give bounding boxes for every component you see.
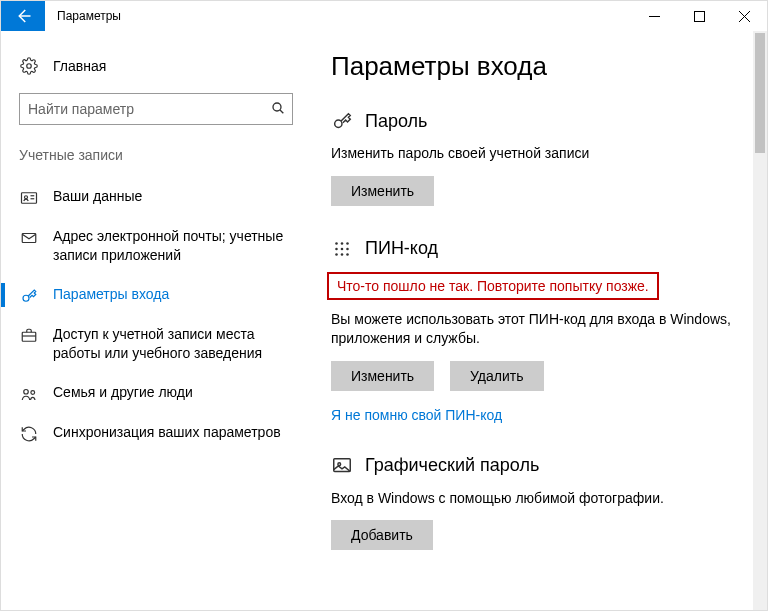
sidebar-item-sync[interactable]: Синхронизация ваших параметров (1, 413, 311, 453)
svg-point-21 (346, 242, 349, 245)
svg-point-23 (341, 247, 344, 250)
sidebar-item-family[interactable]: Семья и другие люди (1, 373, 311, 413)
search-input[interactable] (28, 101, 270, 117)
sync-icon (19, 425, 39, 443)
svg-point-6 (273, 103, 281, 111)
pin-forgot-link[interactable]: Я не помню свой ПИН-код (331, 407, 502, 423)
section-title: ПИН-код (365, 238, 438, 259)
sidebar-item-label: Адрес электронной почты; учетные записи … (53, 227, 293, 265)
svg-point-25 (335, 253, 338, 256)
sidebar-home-label: Главная (53, 58, 106, 74)
section-pin: ПИН-код Что-то пошло не так. Повторите п… (331, 238, 737, 423)
close-icon (739, 11, 750, 22)
sidebar-item-label: Семья и другие люди (53, 383, 293, 402)
svg-point-19 (335, 242, 338, 245)
svg-line-7 (280, 110, 283, 113)
svg-point-5 (27, 64, 32, 69)
search-box[interactable] (19, 93, 293, 125)
key-icon (19, 287, 39, 305)
sidebar-item-label: Доступ к учетной записи места работы или… (53, 325, 293, 363)
section-password: Пароль Изменить пароль своей учетной зап… (331, 110, 737, 206)
id-card-icon (19, 189, 39, 207)
briefcase-icon (19, 327, 39, 345)
mail-icon (19, 229, 39, 247)
section-title: Графический пароль (365, 455, 539, 476)
gear-icon (19, 57, 39, 75)
sidebar-nav: Ваши данные Адрес электронной почты; уче… (1, 177, 311, 453)
sidebar-item-signin-options[interactable]: Параметры входа (1, 275, 311, 315)
search-icon (270, 100, 286, 119)
sidebar-group-header: Учетные записи (1, 147, 311, 177)
sidebar-item-email[interactable]: Адрес электронной почты; учетные записи … (1, 217, 311, 275)
window-title: Параметры (45, 1, 133, 31)
pin-error-message: Что-то пошло не так. Повторите попытку п… (327, 272, 659, 300)
section-picture-password: Графический пароль Вход в Windows с помо… (331, 455, 737, 551)
main-content: Параметры входа Пароль Изменить пароль с… (311, 31, 767, 610)
sidebar: Главная Учетные записи Ваши данные (1, 31, 311, 610)
back-button[interactable] (1, 1, 45, 31)
vertical-scrollbar[interactable] (753, 31, 767, 610)
svg-rect-12 (22, 234, 36, 243)
svg-point-24 (346, 247, 349, 250)
page-title: Параметры входа (331, 51, 737, 82)
svg-point-26 (341, 253, 344, 256)
picture-icon (331, 455, 353, 477)
svg-point-27 (346, 253, 349, 256)
close-button[interactable] (722, 1, 767, 31)
svg-point-13 (23, 295, 29, 301)
sidebar-home[interactable]: Главная (1, 51, 311, 93)
arrow-left-icon (14, 7, 32, 25)
maximize-button[interactable] (677, 1, 722, 31)
scrollbar-thumb[interactable] (755, 33, 765, 153)
sidebar-item-your-info[interactable]: Ваши данные (1, 177, 311, 217)
picture-add-button[interactable]: Добавить (331, 520, 433, 550)
section-description: Вход в Windows с помощью любимой фотогра… (331, 489, 737, 509)
sidebar-item-work-access[interactable]: Доступ к учетной записи места работы или… (1, 315, 311, 373)
svg-rect-2 (695, 11, 705, 21)
minimize-icon (649, 11, 660, 22)
section-title: Пароль (365, 111, 427, 132)
svg-rect-14 (22, 332, 36, 341)
svg-point-17 (31, 390, 35, 394)
maximize-icon (694, 11, 705, 22)
svg-point-22 (335, 247, 338, 250)
keypad-icon (331, 238, 353, 260)
people-icon (19, 385, 39, 403)
svg-point-18 (335, 120, 342, 127)
sidebar-item-label: Синхронизация ваших параметров (53, 423, 293, 442)
sidebar-item-label: Параметры входа (53, 285, 293, 304)
svg-point-9 (25, 196, 28, 199)
pin-change-button[interactable]: Изменить (331, 361, 434, 391)
pin-remove-button[interactable]: Удалить (450, 361, 543, 391)
key-icon (331, 110, 353, 132)
svg-point-16 (24, 389, 29, 394)
sidebar-item-label: Ваши данные (53, 187, 293, 206)
minimize-button[interactable] (632, 1, 677, 31)
section-description: Изменить пароль своей учетной записи (331, 144, 737, 164)
svg-point-20 (341, 242, 344, 245)
svg-rect-8 (22, 193, 37, 204)
password-change-button[interactable]: Изменить (331, 176, 434, 206)
section-description: Вы можете использовать этот ПИН-код для … (331, 310, 737, 349)
title-bar: Параметры (1, 1, 767, 31)
